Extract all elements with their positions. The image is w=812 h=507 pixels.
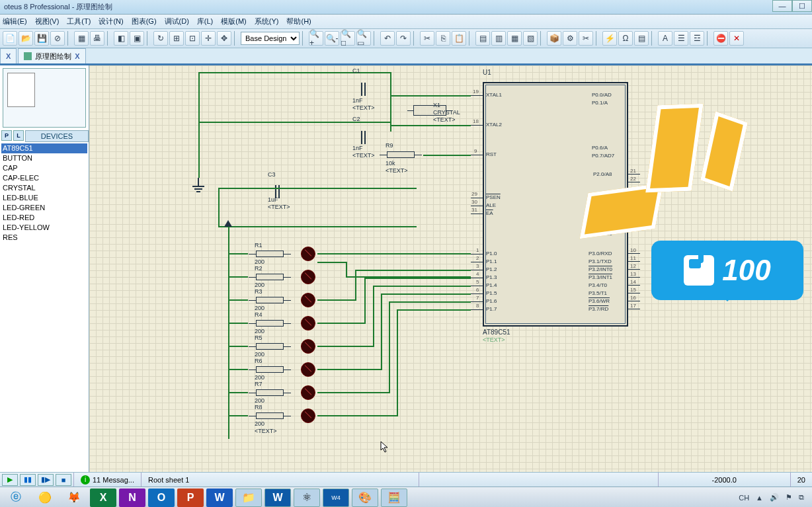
refresh-icon[interactable]: ↻ bbox=[153, 31, 168, 46]
desktop-icon[interactable]: ⧉ bbox=[799, 493, 804, 502]
menu-debug[interactable]: 调试(D) bbox=[165, 17, 189, 26]
fit-icon[interactable]: ⊡ bbox=[185, 31, 200, 46]
a-icon[interactable]: A bbox=[658, 31, 672, 46]
menu-template[interactable]: 模版(M) bbox=[221, 17, 247, 26]
resistor-r4[interactable] bbox=[256, 320, 284, 327]
pan-icon[interactable]: ✥ bbox=[217, 31, 231, 46]
power-symbol[interactable] bbox=[224, 216, 232, 227]
overview-panel[interactable] bbox=[3, 68, 86, 128]
check-icon[interactable]: ✕ bbox=[729, 31, 744, 46]
open-icon[interactable]: 📂 bbox=[19, 31, 33, 46]
list-item[interactable]: LED-YELLOW bbox=[1, 223, 87, 233]
ime-indicator[interactable]: CH bbox=[739, 494, 749, 502]
schematic-canvas[interactable]: C1 1nF<TEXT> C2 1nF<TEXT> X1 CRYSTAL<TEX… bbox=[89, 65, 812, 472]
list-item[interactable]: LED-GREEN bbox=[1, 203, 87, 213]
undo-icon[interactable]: ↶ bbox=[380, 31, 395, 46]
l-tab[interactable]: L bbox=[13, 130, 24, 141]
science-icon[interactable]: ⚛ bbox=[294, 488, 320, 507]
design-select[interactable]: Base Design bbox=[241, 32, 300, 45]
menu-edit[interactable]: 编辑(E) bbox=[3, 17, 27, 26]
powerpoint-icon[interactable]: P bbox=[177, 488, 204, 507]
list-item[interactable]: LED-RED bbox=[1, 213, 87, 223]
volume-icon[interactable]: 🔊 bbox=[770, 493, 779, 502]
print-icon[interactable]: 🖶 bbox=[90, 31, 104, 46]
led-d4[interactable] bbox=[301, 316, 315, 331]
step-button[interactable]: ▮▶ bbox=[38, 474, 54, 486]
list-icon[interactable]: ☰ bbox=[674, 31, 688, 46]
firefox-icon[interactable]: 🦊 bbox=[61, 488, 87, 507]
decompose-icon[interactable]: ✂ bbox=[579, 31, 593, 46]
zoom-fit-icon[interactable]: 🔍□ bbox=[341, 31, 355, 46]
close-icon[interactable]: X bbox=[75, 52, 79, 60]
pick-lib-icon[interactable]: 📦 bbox=[547, 31, 561, 46]
resistor-r2[interactable] bbox=[256, 274, 284, 280]
marker1-icon[interactable]: ◧ bbox=[114, 31, 128, 46]
tab-schematic[interactable]: 原理图绘制 X bbox=[18, 48, 85, 63]
menu-library[interactable]: 库(L) bbox=[197, 17, 213, 26]
messages-cell[interactable]: i 11 Messag... bbox=[74, 473, 142, 487]
list-item[interactable]: BUTTON bbox=[1, 153, 87, 163]
block-copy-icon[interactable]: ▤ bbox=[475, 31, 490, 46]
resistor-r8[interactable] bbox=[256, 412, 284, 419]
resistor-r1[interactable] bbox=[256, 251, 284, 257]
zoom-region-icon[interactable]: 🔍▭ bbox=[356, 31, 371, 46]
resistor-r7[interactable] bbox=[256, 389, 284, 396]
excel-icon[interactable]: X bbox=[90, 488, 116, 507]
capacitor-c2[interactable] bbox=[360, 131, 368, 144]
list-item[interactable]: LED-BLUE bbox=[1, 193, 87, 203]
resistor-r3[interactable] bbox=[256, 297, 284, 303]
menu-system[interactable]: 系统(Y) bbox=[255, 17, 279, 26]
play-button[interactable]: ▶ bbox=[2, 474, 18, 486]
new-icon[interactable]: 📄 bbox=[3, 31, 17, 46]
tray-up-icon[interactable]: ▲ bbox=[756, 494, 763, 502]
led-d8[interactable] bbox=[301, 409, 315, 423]
led-d2[interactable] bbox=[301, 270, 315, 284]
no-entry-icon[interactable]: ⛔ bbox=[713, 31, 728, 46]
om-icon[interactable]: Ω bbox=[618, 31, 633, 46]
zoom-in-icon[interactable]: 🔍+ bbox=[309, 31, 323, 46]
zoom-out-icon[interactable]: 🔍- bbox=[325, 31, 339, 46]
explorer-icon[interactable]: 📁 bbox=[235, 488, 262, 507]
list-item[interactable]: CAP bbox=[1, 163, 87, 173]
save-icon[interactable]: 💾 bbox=[34, 31, 49, 46]
stop-button[interactable]: ■ bbox=[56, 474, 71, 486]
wps-icon[interactable]: W bbox=[264, 488, 291, 507]
redo-icon[interactable]: ↷ bbox=[396, 31, 411, 46]
marker2-icon[interactable]: ▣ bbox=[130, 31, 144, 46]
minimize-button[interactable]: — bbox=[772, 0, 792, 12]
led-d5[interactable] bbox=[301, 339, 315, 354]
close-icon[interactable]: X bbox=[6, 52, 11, 60]
pause-button[interactable]: ▮▮ bbox=[20, 474, 36, 486]
menu-tool[interactable]: 工具(T) bbox=[67, 17, 91, 26]
ground-symbol[interactable] bbox=[192, 178, 205, 192]
led-d6[interactable] bbox=[301, 362, 315, 377]
capacitor-c1[interactable] bbox=[360, 83, 368, 96]
edge-icon[interactable]: ⓔ bbox=[3, 488, 29, 507]
grid2-icon[interactable]: ⊞ bbox=[169, 31, 184, 46]
chrome-icon[interactable]: 🟡 bbox=[32, 488, 58, 507]
tab-home[interactable]: X bbox=[0, 48, 17, 63]
list-item[interactable]: AT89C51 bbox=[1, 143, 87, 153]
device-list[interactable]: AT89C51 BUTTON CAP CAP-ELEC CRYSTAL LED-… bbox=[0, 142, 89, 472]
list-item[interactable]: CRYSTAL bbox=[1, 183, 87, 193]
netlist-icon[interactable]: ▤ bbox=[634, 31, 649, 46]
origin-icon[interactable]: ✛ bbox=[201, 31, 216, 46]
p-tab[interactable]: P bbox=[1, 130, 12, 141]
paste-icon[interactable]: 📋 bbox=[452, 31, 466, 46]
copy-icon[interactable]: ⎘ bbox=[436, 31, 450, 46]
list-item[interactable]: CAP-ELEC bbox=[1, 173, 87, 183]
flag-icon[interactable]: ⚑ bbox=[786, 493, 792, 502]
led-d1[interactable] bbox=[301, 247, 315, 261]
led-d3[interactable] bbox=[301, 293, 315, 307]
led-d7[interactable] bbox=[301, 385, 315, 400]
paint-icon[interactable]: 🎨 bbox=[352, 488, 378, 507]
resistor-r5[interactable] bbox=[256, 343, 284, 350]
prop-icon[interactable]: ☲ bbox=[690, 31, 704, 46]
block-delete-icon[interactable]: ▧ bbox=[523, 31, 538, 46]
wps4-icon[interactable]: W4 bbox=[323, 488, 349, 507]
menu-design[interactable]: 设计(N) bbox=[99, 17, 123, 26]
word-icon[interactable]: W bbox=[206, 488, 233, 507]
menu-chart[interactable]: 图表(G) bbox=[132, 17, 157, 26]
grid-icon[interactable]: ▦ bbox=[74, 31, 89, 46]
make-device-icon[interactable]: ⚙ bbox=[563, 31, 577, 46]
